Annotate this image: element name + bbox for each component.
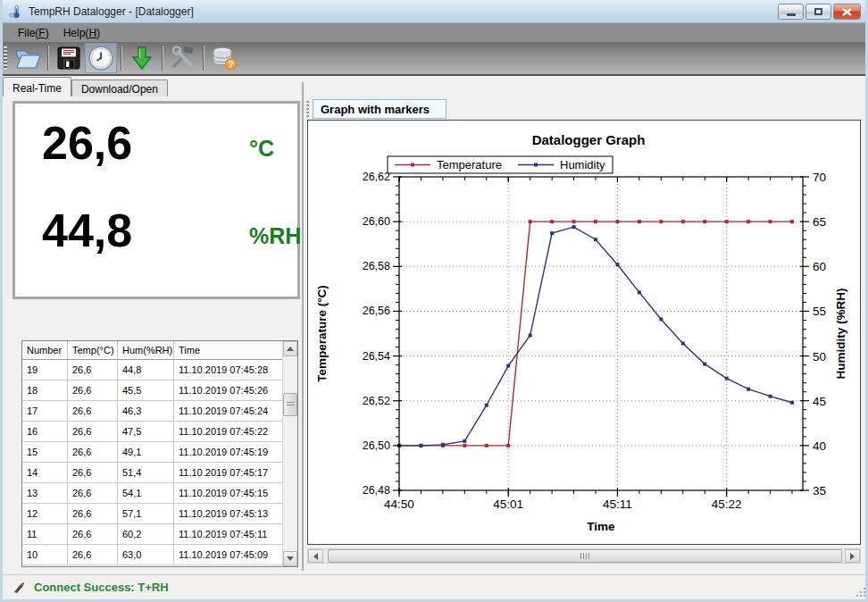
svg-text:?: ? bbox=[228, 59, 233, 70]
close-button[interactable] bbox=[833, 4, 861, 20]
menu-help[interactable]: Help(H) bbox=[58, 25, 109, 41]
table-row[interactable]: 1126,660,211.10.2019 07:45:11 bbox=[22, 524, 282, 545]
status-message: Connect Success: T+RH bbox=[34, 581, 169, 594]
table-cell: 46,3 bbox=[118, 401, 174, 421]
table-cell: 26,6 bbox=[68, 380, 118, 400]
table-cell: 11.10.2019 07:45:17 bbox=[174, 463, 282, 482]
toolbar-separator bbox=[47, 46, 49, 71]
svg-text:Temperature: Temperature bbox=[437, 158, 502, 171]
table-cell: 11.10.2019 07:45:19 bbox=[174, 442, 282, 462]
close-icon bbox=[842, 8, 852, 16]
scroll-right-button[interactable] bbox=[845, 549, 860, 563]
resize-grip-icon[interactable] bbox=[855, 587, 866, 598]
svg-text:45:01: 45:01 bbox=[493, 497, 523, 511]
svg-text:26,52: 26,52 bbox=[363, 395, 390, 407]
table-vertical-scrollbar[interactable] bbox=[282, 341, 297, 566]
scroll-down-button[interactable] bbox=[283, 551, 297, 566]
column-header[interactable]: Number bbox=[22, 341, 68, 359]
table-body: 1926,644,811.10.2019 07:45:281826,645,51… bbox=[22, 360, 282, 565]
table-cell: 18 bbox=[22, 380, 68, 400]
save-button[interactable] bbox=[53, 43, 85, 73]
table-row[interactable]: 1226,657,111.10.2019 07:45:13 bbox=[22, 504, 282, 524]
window-title: TempRH Datalogger - [Datalogger] bbox=[29, 5, 194, 18]
menu-file[interactable]: File(F) bbox=[13, 25, 58, 41]
realtime-clock-icon bbox=[88, 45, 114, 71]
toolbar-separator bbox=[203, 46, 204, 71]
table-cell: 11.10.2019 07:45:26 bbox=[174, 380, 282, 400]
humidity-value: 44,8 bbox=[42, 204, 132, 257]
table-cell: 12 bbox=[22, 504, 68, 523]
scrollbar-thumb[interactable] bbox=[328, 549, 842, 563]
column-header[interactable]: Hum(%RH) bbox=[118, 341, 174, 359]
table-row[interactable]: 1926,644,811.10.2019 07:45:28 bbox=[22, 360, 282, 380]
graph-mode-select[interactable]: Graph with markers bbox=[313, 99, 447, 119]
table-cell: 45,5 bbox=[118, 380, 174, 400]
table-cell: 11.10.2019 07:45:09 bbox=[174, 545, 282, 564]
toolbar-grip[interactable] bbox=[4, 46, 7, 70]
tab-real-time[interactable]: Real-Time bbox=[3, 77, 71, 96]
scroll-up-button[interactable] bbox=[283, 341, 297, 356]
open-file-button[interactable] bbox=[12, 43, 44, 73]
table-cell: 26,6 bbox=[68, 483, 118, 503]
graph-toolbar-grip[interactable] bbox=[306, 101, 309, 119]
svg-text:45:22: 45:22 bbox=[712, 497, 742, 511]
svg-text:26,48: 26,48 bbox=[363, 484, 390, 497]
table-cell: 63,0 bbox=[118, 545, 174, 564]
svg-text:26,58: 26,58 bbox=[363, 260, 390, 272]
table-cell: 11.10.2019 07:45:24 bbox=[174, 401, 282, 421]
table-row[interactable]: 1326,654,111.10.2019 07:45:15 bbox=[22, 483, 282, 504]
title-bar: TempRH Datalogger - [Datalogger] bbox=[0, 0, 868, 23]
scroll-left-button[interactable] bbox=[308, 549, 323, 563]
table-cell: 60,2 bbox=[118, 524, 174, 544]
table-cell: 11 bbox=[22, 524, 68, 544]
scrollbar-thumb[interactable] bbox=[283, 393, 297, 416]
app-window: TempRH Datalogger - [Datalogger] File(F)… bbox=[0, 0, 868, 602]
table-cell: 26,6 bbox=[68, 422, 118, 441]
table-cell: 47,5 bbox=[118, 422, 174, 441]
table-row[interactable]: 1726,646,311.10.2019 07:45:24 bbox=[22, 401, 282, 422]
arrow-left-icon bbox=[313, 553, 318, 560]
column-header[interactable]: Temp(°C) bbox=[68, 341, 118, 359]
minimize-button[interactable] bbox=[778, 4, 804, 20]
table-cell: 11.10.2019 07:45:22 bbox=[174, 422, 282, 441]
table-row[interactable]: 1426,651,411.10.2019 07:45:17 bbox=[22, 463, 282, 483]
download-button[interactable] bbox=[126, 43, 158, 73]
table-cell: 49,1 bbox=[118, 442, 174, 462]
table-row[interactable]: 1826,645,511.10.2019 07:45:26 bbox=[22, 380, 282, 401]
svg-text:35: 35 bbox=[813, 484, 826, 497]
table-row[interactable]: 1026,663,011.10.2019 07:45:09 bbox=[22, 545, 282, 565]
tab-download-open[interactable]: Download/Open bbox=[71, 79, 168, 96]
svg-text:26,54: 26,54 bbox=[363, 350, 390, 363]
tab-strip: Real-Time Download/Open bbox=[3, 77, 168, 96]
svg-text:Time: Time bbox=[587, 520, 615, 533]
table-header: NumberTemp(°C)Hum(%RH)Time bbox=[22, 341, 297, 360]
table-cell: 19 bbox=[22, 360, 68, 380]
table-cell: 11.10.2019 07:45:28 bbox=[174, 360, 282, 380]
svg-text:26,50: 26,50 bbox=[363, 439, 390, 452]
svg-text:44:50: 44:50 bbox=[384, 497, 414, 511]
column-header[interactable]: Time bbox=[174, 341, 282, 359]
realtime-button[interactable] bbox=[85, 43, 117, 73]
chart-horizontal-scrollbar[interactable] bbox=[307, 548, 861, 564]
thumb-grip-icon bbox=[580, 553, 589, 559]
connector-pen-icon bbox=[13, 581, 27, 595]
svg-text:55: 55 bbox=[813, 305, 826, 318]
settings-tools-icon bbox=[170, 46, 196, 71]
minimize-icon bbox=[787, 13, 796, 16]
table-cell: 11.10.2019 07:45:13 bbox=[174, 504, 282, 523]
save-floppy-icon bbox=[56, 46, 81, 71]
svg-text:Datalogger Graph: Datalogger Graph bbox=[532, 132, 646, 147]
table-cell: 17 bbox=[22, 401, 68, 421]
readings-table: NumberTemp(°C)Hum(%RH)Time 1926,644,811.… bbox=[21, 340, 298, 567]
panel-splitter[interactable] bbox=[302, 82, 304, 571]
table-cell: 26,6 bbox=[68, 524, 118, 544]
database-button[interactable]: ? bbox=[208, 43, 240, 73]
maximize-button[interactable] bbox=[805, 4, 831, 20]
table-cell: 15 bbox=[22, 442, 68, 462]
svg-text:40: 40 bbox=[813, 439, 826, 453]
humidity-unit: %RH bbox=[249, 223, 301, 249]
svg-text:45: 45 bbox=[813, 395, 826, 408]
table-row[interactable]: 1626,647,511.10.2019 07:45:22 bbox=[22, 422, 282, 442]
table-row[interactable]: 1526,649,111.10.2019 07:45:19 bbox=[22, 442, 282, 463]
settings-button[interactable] bbox=[167, 43, 199, 73]
